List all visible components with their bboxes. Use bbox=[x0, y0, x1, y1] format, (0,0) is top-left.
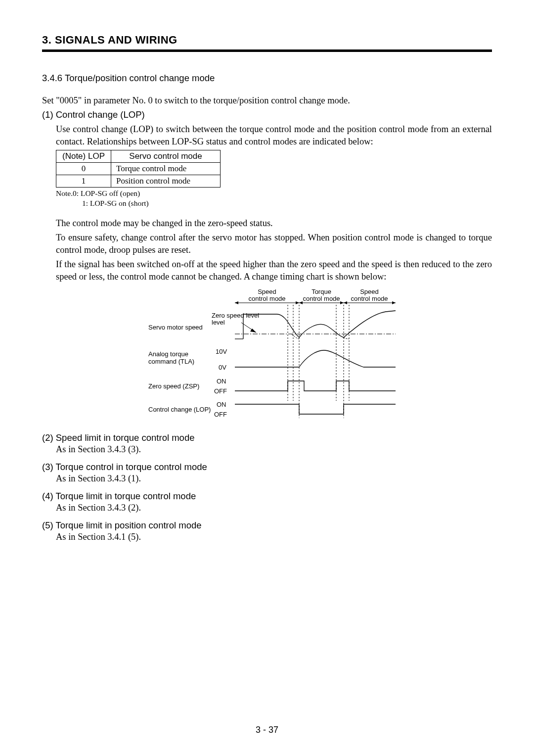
subitem-body: As in Section 3.4.1 (5). bbox=[56, 532, 492, 542]
subitem-head: (4) Torque limit in torque control mode bbox=[42, 491, 492, 502]
para-p3: If the signal has been switched on-off a… bbox=[42, 258, 492, 283]
guide-lines bbox=[288, 305, 349, 418]
section-heading: 3.4.6 Torque/position control change mod… bbox=[42, 73, 492, 84]
item1-heading: (1) Control change (LOP) bbox=[42, 109, 492, 121]
table-note-line1: Note.0: LOP-SG off (open) bbox=[56, 189, 140, 197]
title-rule bbox=[42, 49, 492, 52]
mode-label: control mode bbox=[303, 295, 340, 302]
svg-marker-5 bbox=[392, 301, 396, 304]
th-mode: Servo control mode bbox=[111, 150, 221, 162]
subitem-head: (2) Speed limit in torque control mode bbox=[42, 432, 492, 443]
td-lop: 0 bbox=[56, 162, 111, 175]
row-label: Servo motor speed bbox=[148, 324, 203, 331]
table-row: 1 Position control mode bbox=[56, 175, 221, 187]
zero-speed-label: Zero speed level bbox=[212, 312, 259, 319]
row-label: Analog torque bbox=[148, 350, 188, 358]
table-row: (Note) LOP Servo control mode bbox=[56, 150, 221, 162]
tla-curve bbox=[299, 350, 363, 367]
td-mode: Position control mode bbox=[111, 175, 221, 187]
svg-marker-3 bbox=[340, 301, 344, 304]
page: 3. SIGNALS AND WIRING 3.4.6 Torque/posit… bbox=[0, 0, 534, 756]
svg-marker-4 bbox=[344, 301, 347, 304]
para-p1: The control mode may be changed in the z… bbox=[42, 217, 492, 230]
zsp-off: OFF bbox=[214, 387, 227, 395]
row-label: command (TLA) bbox=[148, 358, 194, 365]
td-lop: 1 bbox=[56, 175, 111, 187]
svg-marker-1 bbox=[296, 301, 299, 304]
th-lop: (Note) LOP bbox=[56, 150, 111, 162]
svg-marker-2 bbox=[299, 301, 303, 304]
mode-label: Speed bbox=[258, 288, 276, 295]
intro-line: Set "0005" in parameter No. 0 to switch … bbox=[42, 94, 492, 107]
item1-para: Use control change (LOP) to switch betwe… bbox=[42, 123, 492, 148]
mode-label: control mode bbox=[248, 295, 285, 302]
subitem-body: As in Section 3.4.3 (3). bbox=[56, 444, 492, 455]
subitem-body: As in Section 3.4.3 (1). bbox=[56, 473, 492, 484]
lop-on: ON bbox=[217, 401, 226, 408]
speed-curve bbox=[243, 311, 396, 339]
timing-diagram-svg: Speed control mode Torque control mode S… bbox=[129, 287, 405, 425]
zsp-on: ON bbox=[217, 378, 226, 385]
mode-label: control mode bbox=[351, 295, 388, 302]
table-note-line2: 1: LOP-SG on (short) bbox=[56, 198, 492, 208]
svg-marker-0 bbox=[235, 301, 238, 304]
tla-high: 10V bbox=[216, 348, 227, 355]
mode-label: Speed bbox=[360, 288, 379, 295]
zero-speed-label2: level bbox=[212, 319, 225, 326]
chapter-title: 3. SIGNALS AND WIRING bbox=[42, 34, 492, 47]
spacer bbox=[42, 208, 492, 217]
td-mode: Torque control mode bbox=[111, 162, 221, 175]
lop-wave bbox=[235, 404, 396, 414]
row-label: Zero speed (ZSP) bbox=[148, 382, 199, 390]
para-p2: To ensure safety, change control after t… bbox=[42, 232, 492, 256]
page-number: 3 - 37 bbox=[0, 725, 534, 735]
lop-off: OFF bbox=[214, 411, 227, 418]
tla-low: 0V bbox=[219, 364, 226, 371]
speed-dash2 bbox=[344, 337, 349, 339]
timing-diagram: Speed control mode Torque control mode S… bbox=[42, 287, 492, 425]
mode-label: Torque bbox=[312, 288, 331, 295]
table-row: 0 Torque control mode bbox=[56, 162, 221, 175]
subitem-head: (3) Torque control in torque control mod… bbox=[42, 462, 492, 472]
subitem-body: As in Section 3.4.3 (2). bbox=[56, 503, 492, 513]
row-label: Control change (LOP) bbox=[148, 406, 211, 413]
subitem-head: (5) Torque limit in position control mod… bbox=[42, 520, 492, 531]
table-note: Note.0: LOP-SG off (open) 1: LOP-SG on (… bbox=[56, 189, 492, 208]
lop-table: (Note) LOP Servo control mode 0 Torque c… bbox=[56, 150, 221, 188]
zsp-wave bbox=[235, 381, 396, 391]
